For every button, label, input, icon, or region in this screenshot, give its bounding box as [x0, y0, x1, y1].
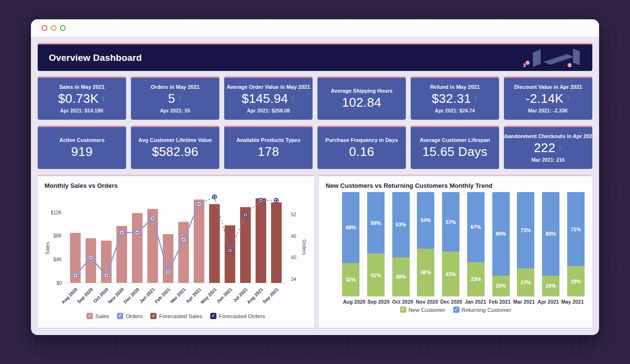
- kpi-title: Sales in May 2021: [59, 84, 105, 90]
- stacked-bar: 68%32%: [342, 192, 359, 296]
- x-axis-label: Feb 2021: [487, 299, 512, 305]
- kpi-comparison: Apr 2021: $24.74: [435, 108, 475, 113]
- minimize-window-icon[interactable]: [51, 25, 57, 31]
- x-axis-label: Jan 2021: [138, 286, 156, 304]
- legend-checkbox-icon[interactable]: ✓: [400, 307, 406, 313]
- legend-label: Returning Customer: [462, 307, 512, 313]
- legend-checkbox-icon[interactable]: ✓: [453, 307, 459, 313]
- returning-customer-segment[interactable]: 63%: [392, 192, 410, 257]
- legend-item[interactable]: ✓Sales: [86, 313, 109, 319]
- new-customer-segment[interactable]: 43%: [442, 252, 459, 296]
- chart-legend: ✓New Customer✓Returning Customer: [325, 307, 587, 313]
- stacked-bar: 71%29%: [567, 192, 585, 296]
- legend-label: Forecasted Sales: [159, 313, 202, 319]
- x-axis-label: Nov 2020: [107, 287, 125, 305]
- segment-percent-label: 59%: [371, 220, 381, 226]
- segment-percent-label: 43%: [446, 271, 456, 277]
- trend-up-arrow-icon: ↑: [178, 94, 183, 103]
- x-axis-label: Sep 2020: [366, 299, 390, 305]
- returning-customer-segment[interactable]: 67%: [467, 192, 485, 262]
- customers-trend-chart-panel: New Customers vs Returning Customers Mon…: [319, 175, 592, 328]
- x-axis-label: May 2021: [200, 286, 218, 305]
- forecasted-sales-bar[interactable]: [209, 204, 220, 283]
- returning-customer-segment[interactable]: 68%: [342, 192, 359, 263]
- kpi-card: Abandonment Checkouts in Apr 2021222↑Mar…: [504, 126, 592, 169]
- y2-axis-title: Orders: [301, 239, 307, 255]
- kpi-value: $145.94: [242, 91, 288, 106]
- new-customer-segment[interactable]: 33%: [467, 262, 485, 296]
- forecasted-sales-bar[interactable]: [225, 225, 235, 283]
- kpi-value-row: $582.96: [152, 144, 198, 159]
- returning-customer-segment[interactable]: 73%: [517, 192, 534, 268]
- forecasted-sales-bar[interactable]: [240, 207, 251, 283]
- trend-up-arrow-icon: ↑: [558, 143, 562, 153]
- kpi-title: Available Products Types: [236, 137, 301, 143]
- sales-bar[interactable]: [132, 213, 143, 283]
- new-customer-segment[interactable]: 27%: [517, 268, 534, 296]
- kpi-value: $582.96: [152, 144, 198, 159]
- new-customer-segment[interactable]: 46%: [417, 249, 434, 296]
- stacked-bar: 59%41%: [367, 192, 385, 296]
- close-window-icon[interactable]: [42, 25, 47, 31]
- returning-customer-segment[interactable]: 80%: [492, 192, 510, 276]
- x-axis-label: Oct 2020: [390, 299, 415, 305]
- kpi-comparison: Apr 2021: $14.19K: [60, 108, 103, 113]
- legend-checkbox-icon[interactable]: ✓: [117, 313, 123, 319]
- zoom-window-icon[interactable]: [60, 25, 66, 31]
- legend-checkbox-icon[interactable]: ✓: [150, 313, 157, 319]
- new-customer-segment[interactable]: 29%: [567, 266, 585, 296]
- legend-item[interactable]: ✓Orders: [117, 313, 143, 319]
- kpi-card: Available Products Types178: [224, 126, 313, 169]
- kpi-title: Active Customers: [59, 137, 105, 143]
- legend-item[interactable]: ✓Forecasted Orders: [210, 313, 265, 319]
- x-axis-label: Apr 2021: [536, 299, 560, 305]
- y-axis-tick: $0: [57, 280, 62, 286]
- x-axis-label: Mar 2021: [169, 286, 187, 304]
- segment-percent-label: 29%: [571, 279, 581, 284]
- kpi-title: Avg Customer Lifetime Value: [139, 137, 212, 143]
- legend-item[interactable]: ✓Forecasted Sales: [150, 313, 202, 319]
- forecasted-sales-bar[interactable]: [256, 198, 266, 283]
- returning-customer-segment[interactable]: 57%: [442, 192, 459, 252]
- kpi-value-row: $0.73K↑: [58, 91, 106, 106]
- kpi-card: Average Shipping Hours102.84: [317, 76, 406, 120]
- orders-point-dot: [90, 257, 91, 258]
- legend-label: Sales: [95, 313, 109, 319]
- legend-checkbox-icon[interactable]: ✓: [210, 313, 216, 319]
- kpi-value-row: 222↑: [534, 140, 562, 155]
- sales-bar[interactable]: [86, 238, 96, 283]
- kpi-comparison: Mar 2021: -2.33K: [528, 108, 568, 113]
- orders-point-dot: [183, 239, 184, 240]
- segment-percent-label: 63%: [396, 222, 406, 227]
- kpi-comparison: Apr 2021: 55: [160, 108, 190, 113]
- y-axis-tick: $4K: [53, 257, 62, 262]
- segment-percent-label: 67%: [471, 224, 481, 230]
- forecasted-sales-bar[interactable]: [271, 202, 282, 283]
- returning-customer-segment[interactable]: 71%: [567, 192, 585, 266]
- legend-label: Forecasted Orders: [219, 313, 265, 319]
- stacked-bar: 63%38%: [392, 192, 410, 296]
- returning-customer-segment[interactable]: 80%: [542, 192, 559, 276]
- segment-percent-label: 71%: [571, 226, 581, 232]
- returning-customer-segment[interactable]: 54%: [417, 192, 434, 249]
- returning-customer-segment[interactable]: 59%: [367, 192, 385, 253]
- sales-vs-orders-chart: $0$4K$8K$12K34404652SalesOrdersAug 2020S…: [43, 190, 307, 309]
- stacked-bar: 80%20%: [542, 192, 559, 296]
- new-customer-segment[interactable]: 20%: [542, 276, 559, 296]
- x-axis-label: Aug 2020: [342, 299, 366, 305]
- new-customer-segment[interactable]: 20%: [492, 276, 510, 296]
- dashboard-header: Overview Dashboard: [38, 43, 592, 71]
- new-customer-segment[interactable]: 32%: [342, 263, 359, 296]
- legend-checkbox-icon[interactable]: ✓: [86, 313, 93, 319]
- segment-percent-label: 57%: [446, 219, 456, 225]
- kpi-grid: Sales in May 2021$0.73K↑Apr 2021: $14.19…: [38, 76, 592, 169]
- new-customer-segment[interactable]: 41%: [367, 253, 385, 296]
- legend-item[interactable]: ✓New Customer: [400, 307, 445, 313]
- legend-item[interactable]: ✓Returning Customer: [453, 307, 512, 313]
- new-customer-segment[interactable]: 38%: [392, 257, 410, 296]
- kpi-card: Active Customers919: [38, 126, 126, 169]
- segment-percent-label: 80%: [546, 231, 556, 237]
- kpi-card: Sales in May 2021$0.73K↑Apr 2021: $14.19…: [38, 76, 126, 120]
- kpi-value-row: 102.84: [342, 95, 381, 110]
- chart-legend: ✓Sales✓Orders✓Forecasted Sales✓Forecaste…: [43, 313, 308, 319]
